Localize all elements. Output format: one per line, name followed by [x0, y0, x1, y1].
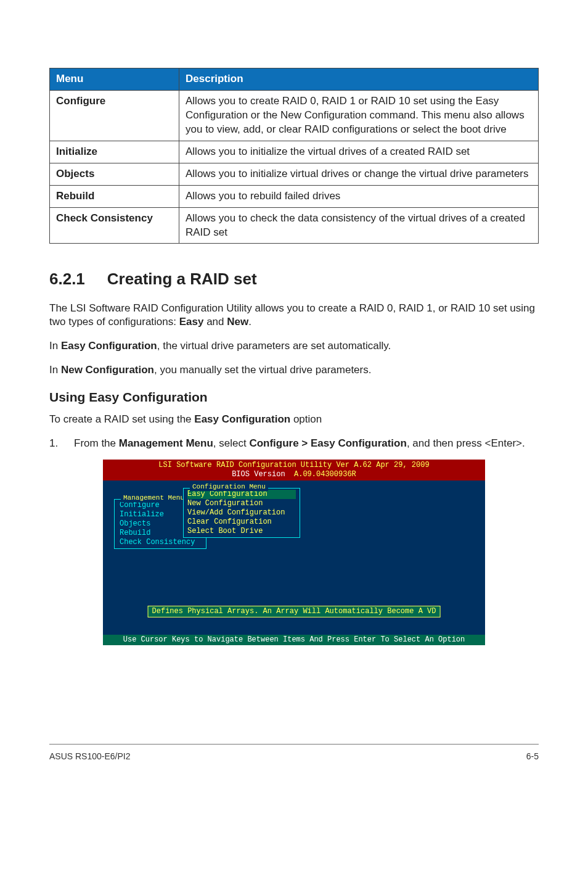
- cell-menu: Configure: [50, 90, 179, 141]
- cfg-item-clear-configuration[interactable]: Clear Configuration: [187, 518, 296, 527]
- bold-new-config: New Configuration: [61, 364, 154, 376]
- step-number: 1.: [49, 437, 74, 451]
- text: , you manually set the virtual drive par…: [154, 364, 371, 376]
- th-description: Description: [179, 68, 539, 91]
- page-footer: ASUS RS100-E6/PI2 6-5: [49, 744, 539, 762]
- bios-body: Management Menu Configure Initialize Obj…: [103, 481, 485, 635]
- text: In: [49, 364, 61, 376]
- section-title-text: Creating a RAID set: [107, 270, 257, 288]
- text: and: [203, 316, 227, 328]
- text: option: [290, 413, 322, 425]
- bios-hint: Defines Physical Arrays. An Array Will A…: [148, 606, 441, 617]
- table-row: Check Consistency Allows you to check th…: [50, 207, 539, 244]
- bios-footer: Use Cursor Keys to Navigate Between Item…: [103, 635, 485, 645]
- mgmt-item-check-consistency[interactable]: Check Consistency: [118, 538, 202, 547]
- text: .: [248, 316, 251, 328]
- cell-menu: Initialize: [50, 141, 179, 163]
- cfg-item-new-configuration[interactable]: New Configuration: [187, 499, 296, 508]
- cell-menu: Rebuild: [50, 185, 179, 207]
- text: From the: [74, 437, 119, 449]
- bios-header: LSI Software RAID Configuration Utility …: [103, 460, 485, 481]
- steps-list: 1. From the Management Menu, select Conf…: [49, 437, 539, 451]
- menu-description-table: Menu Description Configure Allows you to…: [49, 68, 539, 244]
- cfg-item-view-add-configuration[interactable]: View/Add Configuration: [187, 508, 296, 518]
- bios-screenshot: LSI Software RAID Configuration Utility …: [103, 460, 485, 645]
- bold-easy: Easy: [179, 316, 204, 328]
- table-row: Configure Allows you to create RAID 0, R…: [50, 90, 539, 141]
- text: In: [49, 340, 61, 352]
- text: , the virtual drive parameters are set a…: [157, 340, 391, 352]
- text: , and then press <Enter>.: [407, 437, 525, 449]
- cell-desc: Allows you to rebuild failed drives: [179, 185, 539, 207]
- text: The LSI Software RAID Configuration Util…: [49, 302, 535, 328]
- section-heading: 6.2.1Creating a RAID set: [49, 268, 539, 290]
- cell-desc: Allows you to initialize the virtual dri…: [179, 141, 539, 163]
- paragraph-new: In New Configuration, you manually set t…: [49, 363, 539, 377]
- bold-new: New: [227, 316, 248, 328]
- configuration-menu-panel: Configuration Menu Easy Configuration Ne…: [183, 488, 300, 538]
- management-menu-title: Management Menu: [121, 494, 187, 503]
- configuration-menu-title: Configuration Menu: [190, 483, 268, 492]
- step-item: 1. From the Management Menu, select Conf…: [49, 437, 539, 451]
- sub-heading: Using Easy Configuration: [49, 389, 539, 406]
- table-row: Objects Allows you to initialize virtual…: [50, 163, 539, 185]
- bold-easy-config: Easy Configuration: [194, 413, 290, 425]
- footer-left: ASUS RS100-E6/PI2: [49, 751, 131, 762]
- paragraph-easy: In Easy Configuration, the virtual drive…: [49, 339, 539, 353]
- cell-desc: Allows you to initialize virtual drives …: [179, 163, 539, 185]
- table-row: Rebuild Allows you to rebuild failed dri…: [50, 185, 539, 207]
- bios-header-line1: LSI Software RAID Configuration Utility …: [158, 461, 429, 469]
- section-number: 6.2.1: [49, 268, 85, 290]
- bios-header-line2b: A.09.04300936R: [294, 470, 356, 479]
- cfg-item-select-boot-drive[interactable]: Select Boot Drive: [187, 527, 296, 536]
- text: To create a RAID set using the: [49, 413, 194, 425]
- bios-header-line2a: BIOS Version: [232, 470, 294, 479]
- step-text: From the Management Menu, select Configu…: [74, 437, 525, 451]
- footer-right: 6-5: [526, 751, 539, 762]
- bold-configure-easy: Configure > Easy Configuration: [249, 437, 407, 449]
- table-row: Initialize Allows you to initialize the …: [50, 141, 539, 163]
- bold-management-menu: Management Menu: [119, 437, 213, 449]
- cell-menu: Check Consistency: [50, 207, 179, 244]
- th-menu: Menu: [50, 68, 179, 91]
- paragraph-sub-intro: To create a RAID set using the Easy Conf…: [49, 413, 539, 427]
- cell-menu: Objects: [50, 163, 179, 185]
- cell-desc: Allows you to create RAID 0, RAID 1 or R…: [179, 90, 539, 141]
- cell-desc: Allows you to check the data consistency…: [179, 207, 539, 244]
- text: , select: [213, 437, 250, 449]
- paragraph-intro: The LSI Software RAID Configuration Util…: [49, 302, 539, 330]
- bold-easy-config: Easy Configuration: [61, 340, 157, 352]
